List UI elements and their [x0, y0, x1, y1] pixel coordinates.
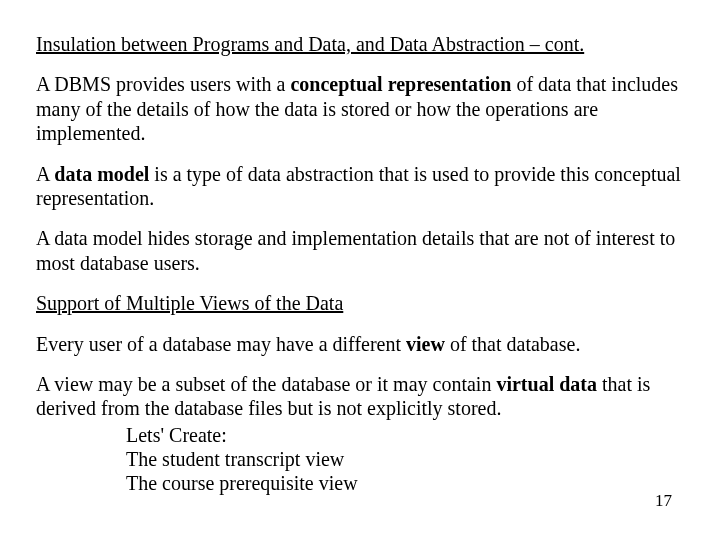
p2-text-a: A: [36, 163, 54, 185]
paragraph-4: Every user of a database may have a diff…: [36, 332, 684, 356]
paragraph-3: A data model hides storage and implement…: [36, 226, 684, 275]
section-heading-1: Insulation between Programs and Data, an…: [36, 32, 684, 56]
lets-line-3: The course prerequisite view: [126, 471, 684, 495]
paragraph-5: A view may be a subset of the database o…: [36, 372, 684, 496]
paragraph-1: A DBMS provides users with a conceptual …: [36, 72, 684, 145]
p5-text-a: A view may be a subset of the database o…: [36, 373, 496, 395]
p4-text-a: Every user of a database may have a diff…: [36, 333, 406, 355]
p1-bold: conceptual representation: [290, 73, 511, 95]
p4-bold: view: [406, 333, 445, 355]
page-number: 17: [655, 491, 672, 512]
p4-text-c: of that database.: [445, 333, 581, 355]
lets-line-1: Lets' Create:: [126, 423, 684, 447]
lets-create-block: Lets' Create: The student transcript vie…: [126, 423, 684, 496]
p5-bold: virtual data: [496, 373, 597, 395]
paragraph-2: A data model is a type of data abstracti…: [36, 162, 684, 211]
p2-bold: data model: [54, 163, 149, 185]
lets-line-2: The student transcript view: [126, 447, 684, 471]
p1-text-a: A DBMS provides users with a: [36, 73, 290, 95]
section-heading-2: Support of Multiple Views of the Data: [36, 291, 684, 315]
